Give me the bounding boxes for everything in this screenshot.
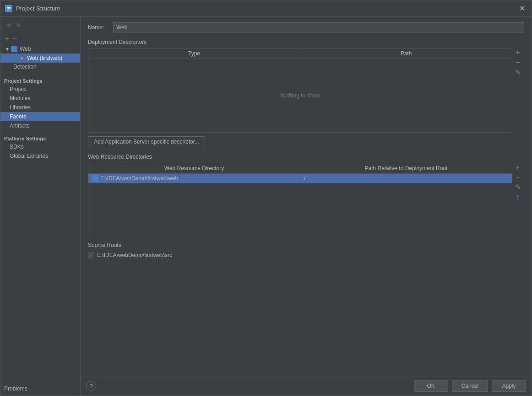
deployment-descriptors-table-wrapper: Type Path Nothing to show + − ✎ bbox=[88, 48, 512, 133]
sidebar-item-sdks[interactable]: SDKs bbox=[0, 142, 80, 151]
tree-node-web[interactable]: ▼ Web bbox=[0, 44, 80, 54]
sidebar-item-modules[interactable]: Modules bbox=[0, 94, 80, 103]
main-panel: Name: Deployment Descriptors Type Path N… bbox=[81, 17, 532, 396]
wrd-table-header: Web Resource Directory Path Relative to … bbox=[88, 163, 512, 174]
problems-section: Problems bbox=[0, 382, 80, 396]
title-bar-left: Project Structure bbox=[5, 5, 60, 12]
sidebar-item-global-libraries[interactable]: Global Libraries bbox=[0, 151, 80, 161]
deployment-descriptors-title: Deployment Descriptors bbox=[88, 39, 524, 45]
source-root-path: E:\IDEA\webDemo\firstweb\src bbox=[97, 252, 172, 258]
web-firstweb-icon: ★ bbox=[18, 54, 25, 62]
dd-table-actions: + − ✎ bbox=[513, 48, 522, 77]
svg-rect-3 bbox=[7, 10, 9, 11]
add-descriptor-button[interactable]: Add Application Server specific descript… bbox=[88, 136, 205, 147]
sidebar: ◀ ▶ + − ▼ Web bbox=[0, 17, 81, 396]
bottom-right-buttons: OK Cancel Apply bbox=[414, 380, 526, 392]
remove-facet-button[interactable]: − bbox=[12, 35, 18, 43]
title-bar: Project Structure ✕ bbox=[0, 0, 532, 17]
source-roots-title: Source Roots bbox=[88, 242, 524, 248]
dd-col-type: Type bbox=[88, 48, 300, 59]
platform-settings-label: Platform Settings bbox=[0, 134, 80, 142]
source-root-row: E:\IDEA\webDemo\firstweb\src bbox=[88, 251, 524, 259]
source-roots-section: Source Roots E:\IDEA\webDemo\firstweb\sr… bbox=[88, 242, 524, 259]
dd-remove-button[interactable]: − bbox=[513, 58, 522, 67]
dd-empty-text: Nothing to show bbox=[280, 92, 320, 99]
wrd-table-body: E:\IDEA\webDemo\firstweb\web / bbox=[88, 174, 512, 238]
sidebar-item-facets[interactable]: Facets bbox=[0, 112, 80, 121]
name-field-label: Name: bbox=[88, 24, 109, 31]
sidebar-item-libraries[interactable]: Libraries bbox=[0, 103, 80, 112]
main-content: Name: Deployment Descriptors Type Path N… bbox=[81, 17, 532, 376]
deployment-descriptors-table: Type Path Nothing to show bbox=[88, 48, 512, 133]
detection-label: Detection bbox=[13, 64, 37, 70]
wrd-directory-value: E:\IDEA\webDemo\firstweb\web bbox=[100, 175, 178, 182]
wrd-help-button[interactable]: ? bbox=[513, 193, 522, 201]
cancel-button[interactable]: Cancel bbox=[452, 380, 488, 392]
folder-icon bbox=[92, 175, 98, 182]
wrd-col-path: Path Relative to Deployment Root bbox=[300, 163, 512, 173]
wrd-table-row[interactable]: E:\IDEA\webDemo\firstweb\web / bbox=[88, 174, 512, 183]
svg-rect-2 bbox=[7, 8, 11, 9]
dd-col-path: Path bbox=[300, 48, 512, 59]
add-facet-button[interactable]: + bbox=[4, 35, 10, 43]
content-area: ◀ ▶ + − ▼ Web bbox=[0, 17, 532, 396]
web-node-icon bbox=[11, 45, 18, 53]
help-button[interactable]: ? bbox=[86, 381, 96, 391]
web-firstweb-label: Web (firstweb) bbox=[27, 55, 62, 61]
back-button[interactable]: ◀ bbox=[4, 21, 13, 29]
tree-node-web-firstweb[interactable]: ★ Web (firstweb) bbox=[0, 54, 80, 63]
svg-rect-1 bbox=[7, 7, 11, 8]
source-root-checkbox[interactable] bbox=[88, 252, 94, 258]
wrd-add-button[interactable]: + bbox=[513, 163, 522, 172]
wrd-cell-directory: E:\IDEA\webDemo\firstweb\web bbox=[88, 174, 300, 183]
web-node-label: Web bbox=[20, 46, 31, 52]
dialog-title: Project Structure bbox=[16, 5, 60, 12]
project-settings-section: Project Settings Project Modules Librari… bbox=[0, 76, 80, 130]
tree-toolbar: + − bbox=[0, 34, 80, 44]
collapse-arrow: ▼ bbox=[4, 47, 11, 52]
close-button[interactable]: ✕ bbox=[517, 4, 527, 13]
wrd-table-wrapper: Web Resource Directory Path Relative to … bbox=[88, 163, 512, 238]
sidebar-item-artifacts[interactable]: Artifacts bbox=[0, 121, 80, 130]
wrd-col-directory: Web Resource Directory bbox=[88, 163, 300, 173]
tree-node-detection[interactable]: Detection bbox=[0, 63, 80, 71]
platform-settings-section: Platform Settings SDKs Global Libraries bbox=[0, 134, 80, 161]
dd-table-header: Type Path bbox=[88, 48, 512, 59]
forward-button[interactable]: ▶ bbox=[15, 21, 23, 29]
nav-buttons: ◀ ▶ bbox=[0, 19, 80, 32]
dd-add-button[interactable]: + bbox=[513, 48, 522, 57]
project-structure-dialog: Project Structure ✕ ◀ ▶ + − ▼ bbox=[0, 0, 532, 396]
wrd-table: Web Resource Directory Path Relative to … bbox=[88, 163, 512, 238]
sidebar-item-project[interactable]: Project bbox=[0, 85, 80, 94]
web-resource-directories-title: Web Resource Directories bbox=[88, 154, 524, 160]
name-row: Name: bbox=[88, 22, 524, 32]
dd-table-body: Nothing to show bbox=[88, 59, 512, 132]
name-input[interactable] bbox=[113, 22, 524, 32]
wrd-cell-path: / bbox=[300, 174, 512, 183]
sidebar-tree: + − ▼ Web ★ bbox=[0, 32, 80, 73]
app-icon bbox=[5, 5, 12, 12]
apply-button[interactable]: Apply bbox=[492, 380, 526, 392]
ok-button[interactable]: OK bbox=[414, 380, 448, 392]
project-settings-label: Project Settings bbox=[0, 76, 80, 85]
sidebar-item-problems[interactable]: Problems bbox=[4, 385, 76, 392]
wrd-table-actions: + − ✎ ? bbox=[513, 163, 522, 201]
bottom-bar: ? OK Cancel Apply bbox=[81, 376, 532, 396]
dd-edit-button[interactable]: ✎ bbox=[513, 68, 522, 77]
wrd-edit-button[interactable]: ✎ bbox=[513, 183, 522, 192]
wrd-remove-button[interactable]: − bbox=[513, 173, 522, 182]
